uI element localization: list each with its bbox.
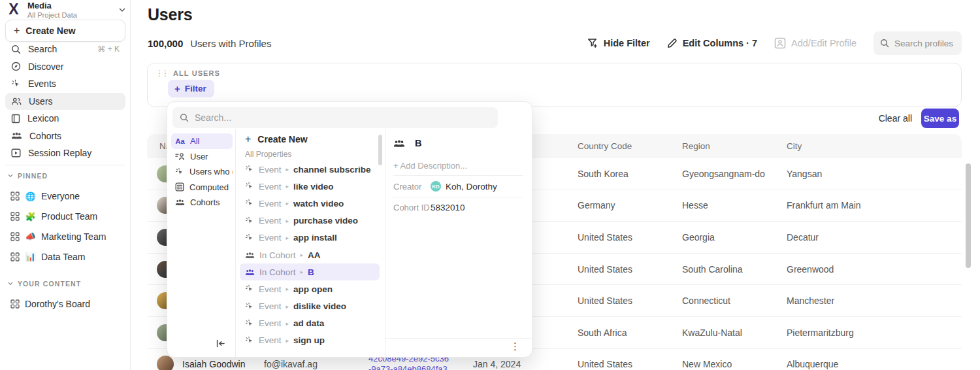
chevron-right-icon: ▸ xyxy=(286,235,289,241)
plus-icon: + xyxy=(14,25,20,37)
sidebar-item-cohorts[interactable]: Cohorts xyxy=(5,127,125,145)
page-title: Users xyxy=(148,5,193,24)
workspace-logo-icon: X xyxy=(5,0,22,20)
chevron-down-icon xyxy=(8,174,13,178)
property-item-dislike-video[interactable]: Event▸dislike video xyxy=(240,298,380,315)
text-aa-icon: Aa xyxy=(175,137,185,145)
compass-icon xyxy=(11,61,21,71)
hide-filter-button[interactable]: Hide Filter xyxy=(587,38,650,48)
property-item-like-video[interactable]: Event▸like video xyxy=(240,178,380,195)
property-item-in-cohort-b[interactable]: In Cohort▸B xyxy=(240,263,380,280)
users-icon xyxy=(11,97,22,106)
sidebar-item-lexicon[interactable]: Lexicon xyxy=(5,110,125,127)
clear-all-button[interactable]: Clear all xyxy=(879,113,912,124)
category-users-who-did[interactable]: Users who di... xyxy=(171,164,233,180)
property-item-watch-video[interactable]: Event▸watch video xyxy=(240,195,380,212)
cell-city: Yangsan xyxy=(784,169,962,179)
table-scrollbar[interactable] xyxy=(966,163,971,268)
category-cohorts[interactable]: Cohorts xyxy=(171,195,233,210)
collapse-panel-icon[interactable] xyxy=(216,339,225,348)
property-item-purchase-video[interactable]: Event▸purchase video xyxy=(240,212,380,229)
workspace-subtitle: All Project Data xyxy=(27,11,114,20)
cell-country: United States xyxy=(575,359,679,369)
event-spark-icon xyxy=(245,233,254,243)
chevron-right-icon: ▸ xyxy=(286,337,289,344)
cell-country: United States xyxy=(575,232,679,243)
cell-region: Connecticut xyxy=(679,295,784,306)
property-item-app-install[interactable]: Event▸app install xyxy=(240,229,380,246)
cell-country: United States xyxy=(575,264,679,275)
cohort-icon xyxy=(245,269,255,276)
sidebar-item-session-replay[interactable]: Session Replay xyxy=(5,144,125,162)
sidebar-item-product-team[interactable]: 🧩 Product Team xyxy=(5,207,125,227)
add-description-button[interactable]: + Add Description... xyxy=(393,161,467,171)
cell-city: Decatur xyxy=(784,232,962,243)
category-computed[interactable]: Computed xyxy=(171,180,233,195)
sidebar-item-users[interactable]: Users xyxy=(5,93,125,110)
sidebar-item-data-team[interactable]: 📊 Data Team xyxy=(5,246,125,267)
cell-updated: Jan 4, 2024 xyxy=(470,359,575,369)
cell-country: Germany xyxy=(575,200,679,210)
popover-create-new-button[interactable]: + Create New xyxy=(236,131,384,148)
sidebar-item-search[interactable]: Search ⌘ + K xyxy=(5,41,125,58)
column-header-city[interactable]: City xyxy=(784,141,962,151)
profiles-search[interactable] xyxy=(874,31,962,55)
create-new-button[interactable]: + Create New xyxy=(5,20,125,42)
sidebar-item-label: Users xyxy=(29,96,53,107)
creator-name: Koh, Dorothy xyxy=(446,182,497,192)
category-user[interactable]: User xyxy=(171,149,233,165)
category-all[interactable]: Aa All xyxy=(171,133,233,149)
pinned-list: 🌐 Everyone 🧩 Product Team 📣 Marketing Te… xyxy=(5,186,125,267)
cell-country: United States xyxy=(575,295,679,306)
your-content-section-header[interactable]: YOUR CONTENT xyxy=(8,280,81,288)
sidebar: X Media All Project Data + Create New Se… xyxy=(0,0,131,370)
board-label: Product Team xyxy=(41,211,97,222)
property-item-sign-up[interactable]: Event▸sign up xyxy=(240,332,380,349)
search-profiles-input[interactable] xyxy=(894,39,955,48)
popover-search-input[interactable] xyxy=(195,112,491,123)
pinned-section-header[interactable]: PINNED xyxy=(8,172,48,180)
cell-region: Gyeongsangnam-do xyxy=(679,169,784,179)
cohort-id-value: 5832010 xyxy=(431,203,465,212)
sidebar-item-events[interactable]: Events xyxy=(5,75,125,93)
popover-search[interactable] xyxy=(172,107,498,128)
cell-city: Pietermaritzburg xyxy=(784,328,962,338)
save-as-button[interactable]: Save as xyxy=(921,109,959,128)
creator-avatar: KD xyxy=(431,181,441,192)
cell-city: Manchester xyxy=(784,295,962,306)
divider xyxy=(393,175,523,176)
sidebar-nav: Search ⌘ + K Discover Events Users Lexic… xyxy=(5,41,125,162)
add-edit-profile-button[interactable]: Add/Edit Profile xyxy=(774,37,857,49)
column-header-country-code[interactable]: Country Code xyxy=(575,141,679,151)
sidebar-item-dorothys-board[interactable]: Dorothy's Board xyxy=(5,294,125,314)
replay-icon xyxy=(11,148,21,158)
megaphone-emoji-icon: 📣 xyxy=(25,231,36,241)
sidebar-item-everyone[interactable]: 🌐 Everyone xyxy=(5,186,125,207)
user-properties-icon xyxy=(175,152,185,161)
cohort-icon xyxy=(11,131,22,140)
cell-email: fo@ikavaf.ag xyxy=(261,359,366,369)
sidebar-item-marketing-team[interactable]: 📣 Marketing Team xyxy=(5,227,125,247)
column-header-region[interactable]: Region xyxy=(679,141,784,151)
add-filter-button[interactable]: + Filter xyxy=(168,80,214,97)
event-spark-icon xyxy=(11,79,21,89)
edit-columns-button[interactable]: Edit Columns · 7 xyxy=(667,38,757,48)
popover-scrollbar[interactable] xyxy=(378,135,382,165)
kebab-menu-icon[interactable]: ⋮ xyxy=(510,341,520,351)
property-item-in-cohort-aa[interactable]: In Cohort▸AA xyxy=(240,246,380,263)
board-grid-icon xyxy=(10,192,20,201)
event-spark-icon xyxy=(245,199,254,208)
search-icon xyxy=(880,39,889,48)
property-item-app-open[interactable]: Event▸app open xyxy=(240,280,380,297)
popover-categories: Aa All User Users who di... Computed Coh… xyxy=(167,129,236,357)
filter-card: ⋮⋮ ALL USERS + Filter xyxy=(147,63,962,107)
cell-city: Greenwood xyxy=(784,264,962,275)
book-icon xyxy=(11,114,20,124)
profile-count-label: Users with Profiles xyxy=(190,38,271,49)
property-item-ad-data[interactable]: Event▸ad data xyxy=(240,315,380,332)
sidebar-item-discover[interactable]: Discover xyxy=(5,58,125,76)
drag-handle-icon[interactable]: ⋮⋮ xyxy=(155,69,167,77)
chevron-right-icon: ▸ xyxy=(286,320,289,327)
property-item-channel-subscribe[interactable]: Event▸channel subscribe xyxy=(240,161,380,178)
filter-popover: Aa All User Users who di... Computed Coh… xyxy=(167,101,532,358)
